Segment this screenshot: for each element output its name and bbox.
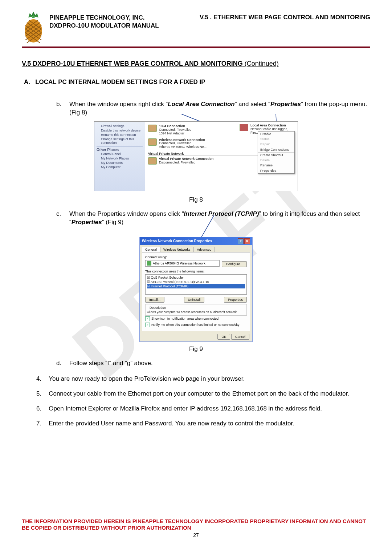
step-4: 4.You are now ready to open the ProTelev… — [36, 375, 370, 383]
page-number: 27 — [22, 532, 370, 538]
properties-button[interactable]: Properties — [224, 297, 247, 303]
section-a-heading: A. LOCAL PC INTERNAL MODEM SETTINGS FOR … — [24, 78, 370, 86]
checkbox-notify[interactable]: ✓Notify me when this connection has limi… — [145, 322, 247, 328]
connection-icon — [148, 138, 157, 146]
protocol-list[interactable]: ☑ QoS Packet Scheduler ☑ AEGIS Protocol … — [145, 274, 247, 295]
pineapple-logo-icon — [22, 11, 45, 44]
header-company: PINEAPPLE TECHNOLOGY, INC. — [49, 14, 159, 22]
step-5: 5.Connect your cable from the Ethernet p… — [36, 390, 370, 398]
context-menu[interactable]: Disable Status Repair Bridge Connections… — [258, 131, 295, 174]
configure-button[interactable]: Configure... — [222, 261, 247, 267]
adapter-field: Atheros AR5004G Wireless Network — [145, 260, 220, 267]
dialog-tabs[interactable]: GeneralWireless NetworksAdvanced — [140, 245, 252, 252]
cancel-button[interactable]: Cancel — [231, 334, 249, 340]
context-menu-properties[interactable]: Properties — [258, 168, 294, 173]
checkbox-show-icon[interactable]: ✓Show icon in notification area when con… — [145, 316, 247, 322]
step-b: b. When the window opens right click “Lo… — [56, 100, 370, 117]
fig8-caption: Fig 8 — [22, 196, 370, 203]
close-icon[interactable]: ✕ — [244, 238, 250, 244]
dialog-titlebar: Wireless Network Connection Properties ?… — [140, 237, 252, 245]
install-button[interactable]: Install... — [145, 297, 164, 303]
fig9-caption: Fig 9 — [22, 345, 370, 353]
step-6: 6.Open Internet Explorer or Mozilla Fire… — [36, 405, 370, 413]
figure-8: Firewall settings Disable this network d… — [22, 121, 370, 203]
page-header: PINEAPPLE TECHNOLOGY, INC. DXDPRO-10U MO… — [22, 11, 370, 44]
footer: THE INFORMATION PROVIDED HEREIN IS PINEA… — [22, 518, 370, 538]
page-title: V.5 DXDPRO-10U ETHERNET WEB PAGE CONTROL… — [22, 60, 370, 68]
header-rule — [22, 46, 370, 49]
figure-9: Wireless Network Connection Properties ?… — [22, 237, 370, 353]
ok-button[interactable]: OK — [217, 334, 230, 340]
header-manual: DXDPRO-10U MODULATOR MANUAL — [49, 22, 159, 30]
step-7: 7.Enter the provided User name and Passw… — [36, 420, 370, 428]
connection-icon — [148, 157, 157, 165]
connection-icon — [148, 125, 157, 132]
step-c: c. When the Properties window opens clic… — [56, 210, 370, 227]
header-section-ref: V.5 . ETHERNET WEB PAGE CONTROL AND MONI… — [200, 14, 370, 30]
step-d: d. Follow steps “f” and “g” above. — [56, 359, 370, 368]
uninstall-button[interactable]: Uninstall — [184, 297, 205, 303]
